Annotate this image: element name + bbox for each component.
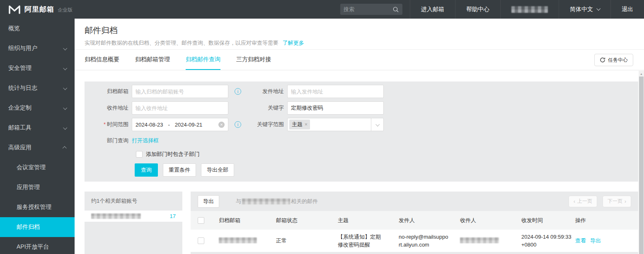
- start-date-value[interactable]: 2024-08-23: [136, 122, 163, 128]
- account-mail-count: 17: [170, 213, 176, 219]
- task-center-button[interactable]: 任务中心: [594, 54, 633, 66]
- language-label: 简体中文: [570, 6, 593, 13]
- remove-tag-icon[interactable]: ×: [305, 122, 307, 127]
- sidebar-item-stats-logs[interactable]: 统计与日志: [0, 78, 75, 98]
- tab-archive-mail-query[interactable]: 归档邮件查询: [186, 50, 220, 70]
- app-window: 阿里邮箱 企业版 进入邮箱 帮助中心 简体中文: [0, 0, 644, 254]
- learn-more-link[interactable]: 了解更多: [283, 40, 304, 46]
- sidebar-item-advanced-apps[interactable]: 高级应用: [0, 138, 75, 158]
- column-sender: 发件人: [399, 217, 460, 224]
- date-range-input[interactable]: 2024-08-23 - 2024-09-21 ×: [132, 118, 228, 131]
- related-prefix: 与: [236, 198, 241, 205]
- sidebar-item-label: 组织与用户: [8, 45, 37, 52]
- redacted-account-email: [91, 213, 141, 219]
- sidebar-subitem-meeting-room[interactable]: 会议室管理: [0, 158, 75, 177]
- sidebar-subitem-service-auth[interactable]: 服务授权管理: [0, 197, 75, 217]
- related-mail-caption: 与 相关的邮件: [236, 198, 318, 205]
- query-filter-panel: 归档邮箱 i 发件地址 收件地址 关键字 *时间范围 2024-08-23 - …: [85, 81, 638, 182]
- column-time: 收发时间: [521, 217, 575, 224]
- prev-icon: ‹: [574, 199, 575, 204]
- scrollbar-up-arrow-icon[interactable]: ▲: [639, 71, 644, 77]
- related-accounts-panel: 约1个相关邮箱账号 17: [85, 192, 182, 254]
- related-account-item[interactable]: 17: [85, 211, 182, 222]
- next-page-button[interactable]: 下一页 ›: [603, 196, 631, 207]
- related-accounts-header: 约1个相关邮箱账号: [85, 192, 182, 211]
- enter-mailbox-label: 进入邮箱: [421, 6, 444, 13]
- keyword-input[interactable]: [287, 101, 384, 115]
- vertical-scrollbar[interactable]: ▲: [639, 71, 644, 254]
- sidebar-subitem-app-management[interactable]: 应用管理: [0, 177, 75, 197]
- clear-date-icon[interactable]: ×: [218, 122, 225, 128]
- tab-label: 归档邮箱管理: [135, 56, 170, 63]
- logout-label: 退出: [622, 6, 633, 13]
- scrollbar-thumb[interactable]: [639, 77, 644, 254]
- sidebar-item-overview[interactable]: 概览: [0, 19, 75, 38]
- keyword-scope-label: 关键字范围: [247, 121, 287, 128]
- sender-address-input[interactable]: [287, 85, 384, 98]
- recipient-address-input[interactable]: [132, 101, 228, 115]
- end-date-value[interactable]: 2024-09-21: [175, 122, 203, 128]
- column-archive-mailbox: 归档邮箱: [219, 217, 276, 224]
- sidebar-subitem-api-platform[interactable]: API开放平台: [0, 237, 75, 254]
- include-subdepartment-checkbox[interactable]: [136, 151, 143, 158]
- include-subdepartment-row: 添加部门时包含子部门: [85, 151, 638, 158]
- sidebar-item-security[interactable]: 安全管理: [0, 58, 75, 78]
- select-all-checkbox[interactable]: [198, 217, 204, 224]
- results-toolbar: 导出 与 相关的邮件 ‹ 上一页 下一页 ›: [191, 192, 638, 211]
- export-all-button[interactable]: 导出全部: [201, 163, 234, 177]
- logout-button[interactable]: 退出: [610, 0, 644, 19]
- reset-conditions-button[interactable]: 重置条件: [163, 163, 196, 177]
- keyword-scope-select[interactable]: 主题 ×: [287, 118, 384, 131]
- filter-row-1: 归档邮箱 i 发件地址: [85, 85, 638, 98]
- tab-label: 三方归档对接: [236, 56, 271, 63]
- sidebar-item-org-users[interactable]: 组织与用户: [0, 38, 75, 58]
- export-button[interactable]: 导出: [198, 195, 219, 208]
- row-checkbox[interactable]: [198, 237, 204, 244]
- sidebar-subitem-label: 邮件归档: [17, 223, 40, 231]
- search-input[interactable]: [344, 6, 392, 12]
- tab-archive-mailbox-management[interactable]: 归档邮箱管理: [135, 50, 170, 70]
- redacted-account-name: [511, 6, 548, 13]
- select-arrow-area[interactable]: [371, 118, 383, 131]
- search-button[interactable]: 查询: [135, 163, 158, 177]
- prev-page-button[interactable]: ‹ 上一页: [569, 196, 597, 207]
- tab-third-party-archive[interactable]: 三方归档对接: [236, 50, 271, 70]
- language-selector[interactable]: 简体中文: [559, 0, 610, 19]
- help-center-button[interactable]: 帮助中心: [455, 0, 500, 19]
- sidebar-item-mail-tools[interactable]: 邮箱工具: [0, 118, 75, 138]
- table-row[interactable]: 正常 【系统通知】定期修改密码提醒 no-reply@mailsupport.a…: [191, 230, 638, 252]
- sender-address-label: 发件地址: [247, 88, 287, 95]
- sidebar-subitem-label: API开放平台: [17, 243, 49, 251]
- sidebar-subitem-label: 服务授权管理: [17, 204, 51, 211]
- sidebar-subitem-label: 应用管理: [17, 184, 40, 191]
- column-subject: 主题: [338, 217, 399, 224]
- open-department-selector-link[interactable]: 打开选择框: [132, 137, 159, 144]
- row-subject: 【系统通知】定期修改密码提醒: [338, 233, 386, 249]
- edition-badge: 企业版: [58, 7, 73, 14]
- scope-tag: 主题 ×: [289, 120, 310, 129]
- logo[interactable]: 阿里邮箱 企业版: [8, 5, 73, 14]
- info-icon[interactable]: i: [235, 121, 241, 128]
- page-header: 邮件归档 实现对邮件数据的在线归档、分类管理、邮件查询、数据保存，以应对审查等需…: [75, 19, 644, 50]
- time-range-label: *时间范围: [85, 121, 132, 128]
- scope-tag-label: 主题: [292, 121, 303, 128]
- archive-mailbox-input[interactable]: [132, 85, 228, 98]
- mail-results-panel: 导出 与 相关的邮件 ‹ 上一页 下一页 ›: [191, 192, 638, 254]
- page-description-text: 实现对邮件数据的在线归档、分类管理、邮件查询、数据保存，以应对审查等需要: [85, 40, 278, 46]
- redacted-archive-mailbox: [219, 237, 257, 243]
- topbar-search[interactable]: [340, 4, 402, 15]
- tab-archive-info-overview[interactable]: 归档信息概要: [85, 50, 119, 70]
- tab-bar: 归档信息概要 归档邮箱管理 归档邮件查询 三方归档对接 任务中心: [75, 50, 644, 70]
- info-icon[interactable]: i: [235, 88, 241, 95]
- sidebar-item-enterprise-custom[interactable]: 企业定制: [0, 98, 75, 118]
- enter-mailbox-button[interactable]: 进入邮箱: [410, 0, 455, 19]
- search-icon[interactable]: [392, 6, 399, 13]
- keyword-label: 关键字: [247, 104, 287, 112]
- view-mail-link[interactable]: 查看: [575, 237, 586, 244]
- chevron-up-icon: [63, 146, 67, 150]
- export-mail-link[interactable]: 导出: [590, 237, 601, 244]
- account-menu[interactable]: [500, 0, 559, 19]
- logo-m-icon: [8, 5, 21, 14]
- sidebar-item-label: 安全管理: [8, 65, 31, 72]
- sidebar-subitem-mail-archive[interactable]: 邮件归档: [0, 217, 75, 237]
